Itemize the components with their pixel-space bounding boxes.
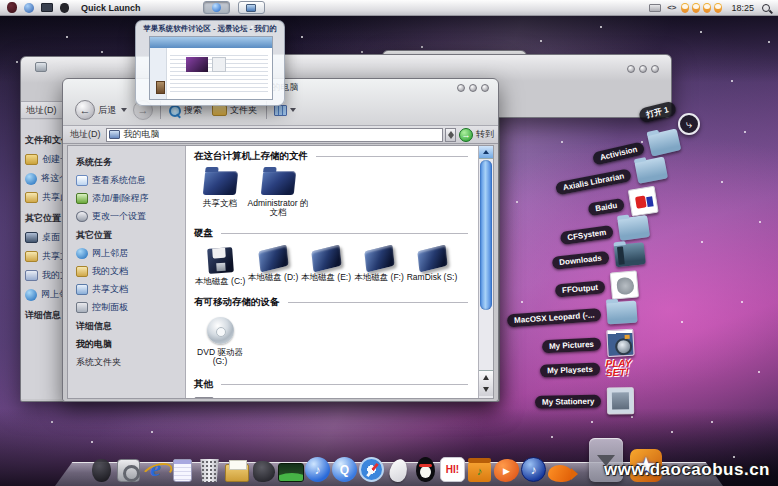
minimize-button[interactable] xyxy=(639,65,647,73)
my-documents-icon xyxy=(76,266,88,277)
address-dropdown-stepper[interactable] xyxy=(445,128,456,142)
menu-bar-clock[interactable]: 18:25 xyxy=(731,3,754,13)
scrollbar-thumb[interactable] xyxy=(480,160,492,310)
disk-c-icon xyxy=(207,247,234,274)
drive-item-s[interactable]: RamDisk (S:) xyxy=(406,248,458,282)
trash-icon[interactable] xyxy=(196,448,223,482)
drive-item-c[interactable]: 本地磁盘 (C:) xyxy=(194,248,246,286)
details-name: 我的电脑 xyxy=(76,338,185,351)
folder-item-administrator-documents[interactable]: Administrator 的文档 xyxy=(247,171,309,217)
taskbar-button-browser[interactable] xyxy=(203,1,230,14)
stack-open-arrow[interactable] xyxy=(678,113,700,135)
blue-folder-icon xyxy=(202,171,238,195)
my-computer-window[interactable]: 我的电脑 ← 后退 → 搜索 文件夹 地址(D) 我的电脑 → 转到 系统任务 … xyxy=(62,78,499,402)
go-label[interactable]: 转到 xyxy=(476,128,494,141)
gift-box-icon[interactable] xyxy=(466,448,493,482)
close-button[interactable] xyxy=(481,84,489,92)
address-input[interactable]: 我的电脑 xyxy=(106,128,444,142)
go-button[interactable]: → xyxy=(459,128,473,142)
drive-item-d[interactable]: 本地磁盘 (D:) xyxy=(247,248,299,282)
section-rule xyxy=(221,384,468,385)
desktop-icon xyxy=(25,232,38,243)
maximize-button[interactable] xyxy=(469,84,477,92)
network-places-icon xyxy=(25,289,37,301)
sidebar-item-system-info[interactable]: 查看系统信息 xyxy=(76,174,185,187)
close-button[interactable] xyxy=(627,65,635,73)
internet-explorer-icon[interactable]: e xyxy=(142,448,169,482)
qq-penguin-icon[interactable] xyxy=(412,448,439,482)
preview-title: 苹果系统软件讨论区 - 远景论坛 - 我们的 xyxy=(136,24,284,34)
ffoutput-icon xyxy=(610,270,639,299)
drive-item-f[interactable]: 本地磁盘 (F:) xyxy=(353,248,405,282)
code-brackets-tray-icon[interactable]: <> xyxy=(667,3,676,12)
drive-item-dvd-g[interactable]: DVD 驱动器 (G:) xyxy=(194,317,246,366)
apple-small-icon[interactable] xyxy=(60,3,69,13)
section-rule xyxy=(221,233,468,234)
back-dropdown-caret[interactable] xyxy=(121,108,127,112)
system-info-icon xyxy=(76,175,88,186)
control-panel-icon xyxy=(76,302,88,313)
printer-tray-icon[interactable] xyxy=(649,4,661,12)
documents-folder-icon[interactable] xyxy=(223,448,250,482)
qq-tray-icon[interactable] xyxy=(714,3,722,13)
maximize-button[interactable] xyxy=(651,65,659,73)
finder-apple-icon[interactable] xyxy=(88,448,115,482)
folders-icon[interactable] xyxy=(212,105,227,116)
address-label: 地址(D) xyxy=(26,104,57,117)
flashget-fish-icon[interactable] xyxy=(547,448,574,482)
qq-tray-icon[interactable] xyxy=(703,3,711,13)
sidebar-section-system-tasks[interactable]: 系统任务 xyxy=(76,156,185,169)
qq-tray-icon[interactable] xyxy=(692,3,700,13)
scroll-up-button[interactable] xyxy=(479,146,493,159)
back-label[interactable]: 后退 xyxy=(98,104,116,117)
browser-thumbnail[interactable] xyxy=(149,36,273,100)
sidebar-section-other-places[interactable]: 其它位置 xyxy=(76,229,185,242)
stack-item-my-pictures[interactable]: My Pictures xyxy=(541,329,634,361)
sidebar-item-add-remove[interactable]: 添加/删除程序 xyxy=(76,192,185,205)
drive-item-e[interactable]: 本地磁盘 (E:) xyxy=(300,248,352,282)
section-header-other: 其他 xyxy=(194,378,478,391)
internet-globe-icon xyxy=(212,3,221,12)
stack-item-my-playsets[interactable]: My PlaysetsPLAY SET! xyxy=(540,358,632,379)
back-button[interactable]: ← xyxy=(75,100,95,120)
section-rule xyxy=(316,156,468,157)
new-folder-icon xyxy=(25,154,38,165)
safari-icon[interactable] xyxy=(358,448,385,482)
network-globe-icon[interactable] xyxy=(24,3,34,13)
shared-documents-icon xyxy=(76,284,88,295)
downloads-folder-icon xyxy=(614,242,646,267)
screenshot-icon[interactable] xyxy=(277,448,304,482)
sidebar-item-shared-documents[interactable]: 共享文档 xyxy=(76,283,185,296)
media-player-icon[interactable] xyxy=(493,448,520,482)
hard-disk-icon xyxy=(417,244,447,272)
quicktime-icon[interactable]: Q xyxy=(331,448,358,482)
taskbar-preview-popup[interactable]: 苹果系统软件讨论区 - 远景论坛 - 我们的 xyxy=(135,20,285,106)
sidebar-item-my-documents[interactable]: 我的文档 xyxy=(76,265,185,278)
qq-tray-icon[interactable] xyxy=(681,3,689,13)
views-icon[interactable] xyxy=(274,105,287,116)
scroll-arrow-buttons[interactable] xyxy=(479,370,493,396)
display-icon[interactable] xyxy=(41,3,53,12)
stack-item-my-stationery[interactable]: My Stationery xyxy=(534,387,634,416)
quick-launch-label: Quick Launch xyxy=(81,3,141,13)
scrollbar[interactable] xyxy=(478,146,493,398)
sidebar-item-control-panel[interactable]: 控制面板 xyxy=(76,301,185,314)
partial-item-icon[interactable] xyxy=(194,397,214,398)
white-mouse-icon[interactable] xyxy=(385,448,412,482)
sidebar-item-change-setting[interactable]: 更改一个设置 xyxy=(76,210,185,223)
folder-item-shared-documents[interactable]: 共享文档 xyxy=(194,171,246,208)
baidu-icon xyxy=(628,186,659,217)
hi-messenger-icon[interactable]: HI! xyxy=(439,448,466,482)
views-dropdown-caret[interactable] xyxy=(290,108,296,112)
itunes-icon[interactable] xyxy=(304,448,331,482)
blue-music-icon[interactable] xyxy=(520,448,547,482)
system-preferences-icon[interactable] xyxy=(115,448,142,482)
sidebar-section-details[interactable]: 详细信息 xyxy=(76,320,185,333)
dark-pouch-icon[interactable] xyxy=(250,448,277,482)
taskbar-button-my-computer[interactable] xyxy=(238,1,265,14)
notepad-icon[interactable] xyxy=(169,448,196,482)
apple-logo-icon[interactable] xyxy=(7,2,17,13)
spotlight-magnifier-icon[interactable] xyxy=(762,4,770,12)
sidebar-item-network-places[interactable]: 网上邻居 xyxy=(76,247,185,260)
minimize-button[interactable] xyxy=(457,84,465,92)
